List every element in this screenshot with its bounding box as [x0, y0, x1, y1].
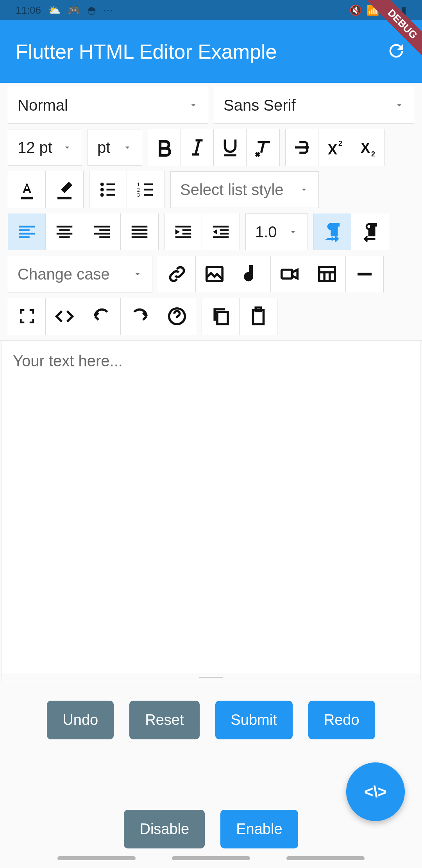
app-bar: Flutter HTML Editor Example [0, 20, 422, 83]
strike-script-group: X2 X2 [285, 129, 384, 166]
insert-image-button[interactable] [196, 256, 233, 292]
system-nav-bar [0, 848, 422, 868]
status-time: 11:06 [16, 4, 41, 16]
paragraph-style-select[interactable]: Normal [8, 87, 208, 124]
submit-action-button[interactable]: Submit [215, 701, 293, 739]
font-unit-select[interactable]: pt [88, 129, 142, 166]
chevron-down-icon [394, 100, 404, 110]
paragraph-style-value: Normal [18, 97, 68, 114]
nav-home[interactable] [172, 856, 250, 860]
game-icon: 🎮 [68, 4, 80, 16]
fullscreen-button[interactable] [8, 298, 46, 335]
svg-point-4 [100, 183, 104, 186]
numbered-list-button[interactable]: 123 [127, 171, 165, 208]
align-left-button[interactable] [8, 213, 46, 250]
list-style-select[interactable]: Select list style [170, 171, 319, 208]
subscript-button[interactable]: X2 [351, 129, 384, 166]
font-family-select[interactable]: Sans Serif [214, 87, 414, 124]
disable-action-button[interactable]: Disable [124, 810, 205, 848]
more-icon: ⋯ [103, 4, 113, 16]
mute-icon: 🔇 [349, 4, 362, 16]
svg-rect-11 [281, 270, 292, 279]
enable-action-button[interactable]: Enable [220, 810, 298, 848]
chevron-down-icon [132, 269, 143, 279]
strikethrough-button[interactable] [286, 129, 318, 166]
paste-button[interactable] [240, 298, 277, 335]
insert-audio-button[interactable] [233, 256, 271, 292]
copy-button[interactable] [202, 298, 240, 335]
list-group: 123 [89, 171, 165, 208]
editor-placeholder: Your text here... [13, 352, 123, 369]
italic-button[interactable] [181, 129, 214, 166]
change-case-select[interactable]: Change case [8, 256, 152, 292]
text-direction-rtl-button[interactable] [351, 213, 389, 250]
editor-toolbar: Normal Sans Serif 12 pt pt X2 X2 [0, 83, 422, 341]
undo-button[interactable] [83, 298, 121, 335]
misc-group [8, 298, 196, 335]
svg-rect-12 [319, 267, 335, 281]
refresh-button[interactable] [386, 41, 406, 63]
indent-increase-button[interactable] [165, 213, 202, 250]
insert-group [158, 256, 384, 292]
page-title: Flutter HTML Editor Example [16, 40, 277, 63]
bullet-list-button[interactable] [89, 171, 127, 208]
svg-rect-14 [217, 312, 228, 325]
font-family-value: Sans Serif [224, 97, 296, 114]
chevron-down-icon [188, 100, 198, 110]
indent-decrease-button[interactable] [202, 213, 240, 250]
svg-text:2: 2 [338, 140, 342, 147]
text-direction-ltr-button[interactable] [314, 213, 351, 250]
underline-button[interactable] [214, 129, 247, 166]
svg-point-5 [100, 188, 104, 192]
editor-textarea[interactable]: Your text here... [2, 341, 420, 673]
clear-format-button[interactable] [247, 129, 279, 166]
resize-handle[interactable] [2, 673, 420, 681]
code-fab-button[interactable]: <\> [346, 762, 405, 821]
svg-rect-15 [253, 310, 264, 324]
code-icon: <\> [364, 783, 387, 801]
redo-action-button[interactable]: Redo [308, 701, 375, 739]
undo-action-button[interactable]: Undo [47, 701, 114, 739]
font-size-select[interactable]: 12 pt [8, 129, 82, 166]
list-style-placeholder: Select list style [180, 181, 284, 199]
chevron-down-icon [288, 227, 298, 237]
insert-table-button[interactable] [308, 256, 346, 292]
insert-hr-button[interactable] [346, 256, 383, 292]
redo-button[interactable] [121, 298, 158, 335]
xbox-icon: ◓ [87, 4, 96, 16]
line-height-select[interactable]: 1.0 [245, 213, 308, 250]
svg-text:X: X [328, 142, 337, 158]
highlight-color-button[interactable] [46, 171, 83, 208]
align-center-button[interactable] [46, 213, 83, 250]
color-group [8, 171, 84, 208]
font-unit-value: pt [97, 139, 110, 156]
svg-point-6 [100, 193, 104, 197]
alignment-group [8, 213, 159, 250]
help-button[interactable] [158, 298, 196, 335]
align-right-button[interactable] [83, 213, 121, 250]
status-bar: 11:06 ⛅ 🎮 ◓ ⋯ 🔇 📶 📶 ▮ [0, 0, 422, 20]
svg-text:2: 2 [371, 150, 375, 158]
text-color-button[interactable] [8, 171, 46, 208]
nav-back[interactable] [286, 856, 365, 860]
insert-video-button[interactable] [271, 256, 308, 292]
reset-action-button[interactable]: Reset [129, 701, 199, 739]
nav-recent[interactable] [57, 856, 136, 860]
change-case-placeholder: Change case [18, 265, 110, 283]
svg-text:X: X [361, 140, 370, 156]
text-direction-group [313, 213, 389, 250]
chevron-down-icon [122, 142, 132, 152]
align-justify-button[interactable] [121, 213, 158, 250]
code-view-button[interactable] [46, 298, 83, 335]
insert-link-button[interactable] [158, 256, 196, 292]
indent-group [164, 213, 240, 250]
bold-button[interactable] [148, 129, 181, 166]
weather-icon: ⛅ [48, 4, 61, 16]
font-size-value: 12 pt [18, 139, 52, 156]
clipboard-group [202, 298, 277, 335]
superscript-button[interactable]: X2 [318, 129, 351, 166]
chevron-down-icon [62, 142, 72, 152]
line-height-value: 1.0 [255, 223, 277, 241]
chevron-down-icon [299, 185, 309, 195]
svg-text:3: 3 [137, 192, 140, 198]
